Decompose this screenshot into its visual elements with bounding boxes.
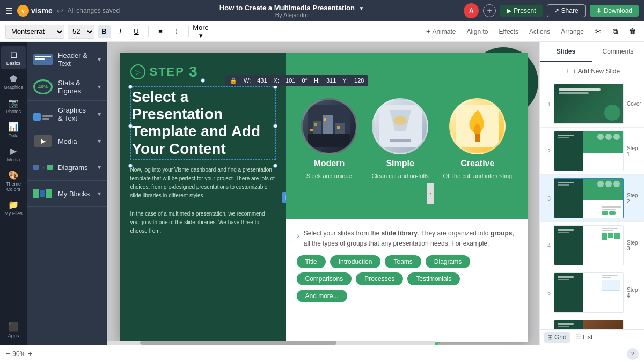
list-view-button[interactable]: ☰ List <box>572 332 596 343</box>
italic-button[interactable]: I <box>114 25 127 38</box>
step-circle-icon: ▷ <box>135 68 141 76</box>
x-label: X: <box>274 77 279 84</box>
svg-point-15 <box>394 116 407 125</box>
help-button[interactable]: ? <box>627 348 639 360</box>
presentation-title[interactable]: How to Create a Multimedia Presentation … <box>219 4 364 12</box>
sidebar-item-graphics[interactable]: ⬟ Graphics <box>1 70 26 93</box>
panel-item-graphics-text[interactable]: Graphics & Text ▾ <box>27 101 107 128</box>
tag-teams[interactable]: Teams <box>385 255 421 268</box>
svg-rect-17 <box>475 134 480 142</box>
tab-slides[interactable]: Slides <box>540 42 592 62</box>
present-icon: ▶ <box>507 7 511 14</box>
actions-button[interactable]: Actions <box>526 27 553 36</box>
width-label: W: <box>244 77 251 84</box>
template-card-simple[interactable]: Simple Clean cut and no-frills <box>371 98 428 179</box>
zoom-in-button[interactable]: + <box>27 350 32 358</box>
panel-item-header-text[interactable]: Header & Text ▾ <box>27 46 107 73</box>
panel-item-media[interactable]: ▶ Media ▾ <box>27 128 107 154</box>
media-label-panel: Media <box>58 137 92 145</box>
step-number: 3 <box>189 63 197 80</box>
simple-template-desc: Clean cut and no-frills <box>371 173 428 179</box>
sidebar-item-theme-colors[interactable]: 🎨 Theme Colors <box>1 167 26 195</box>
share-icon: ↗ <box>554 7 559 14</box>
sidebar-item-basics[interactable]: ◻ Basics <box>1 46 26 69</box>
more-button[interactable]: More ▾ <box>194 25 207 38</box>
undo-icon[interactable]: ↩ <box>57 6 63 15</box>
top-bar: ☰ v visme ↩ All changes saved How to Cre… <box>0 0 644 21</box>
autosave-text: All changes saved <box>68 7 120 14</box>
download-button[interactable]: ⬇ Download <box>590 5 639 17</box>
share-button[interactable]: ↗ Share <box>547 4 586 17</box>
slide-thumb-item[interactable]: 5 <box>540 269 644 316</box>
apps-label: Apps <box>8 333 19 338</box>
modern-template-name: Modern <box>313 159 345 168</box>
align-left-button[interactable]: ≡ <box>154 25 167 38</box>
delete-icon[interactable]: 🗑 <box>626 25 639 38</box>
tag-introduction[interactable]: Introduction <box>330 255 381 268</box>
tag-diagrams[interactable]: Diagrams <box>426 255 470 268</box>
tag-testimonials[interactable]: Testimonials <box>407 272 460 285</box>
height-label: H: <box>314 77 320 84</box>
template-card-modern[interactable]: Modern Sleek and unique <box>301 98 357 179</box>
copy-icon[interactable]: ⧉ <box>609 25 621 38</box>
slide-main-title[interactable]: Select a Presentation Template and Add Y… <box>130 87 275 159</box>
align-right-button[interactable]: ⁞ <box>170 25 183 38</box>
sidebar-item-data[interactable]: 📊 Data <box>1 119 26 142</box>
sidebar-item-apps[interactable]: ⬛ Apps <box>1 319 26 342</box>
modern-template-image <box>301 98 357 154</box>
font-size-select[interactable]: 52 <box>68 25 94 39</box>
tag-processes[interactable]: Processes <box>356 272 403 285</box>
slide-thumb-item[interactable]: 4 <box>540 222 644 269</box>
tab-comments[interactable]: Comments <box>592 42 644 62</box>
arrow-right-icon: › <box>297 229 299 243</box>
hamburger-menu-icon[interactable]: ☰ <box>5 6 13 16</box>
collapse-panel-handle[interactable]: › <box>427 183 434 204</box>
graphics-icon: ⬟ <box>10 73 17 84</box>
tag-title[interactable]: Title <box>297 255 326 268</box>
sidebar-item-my-files[interactable]: 📁 My Files <box>1 196 26 219</box>
grid-view-button[interactable]: ⊞ Grid <box>544 332 570 343</box>
slide-left-panel: ▷ STEP 3 Select a Presentation Template … <box>120 53 286 342</box>
sidebar-item-media[interactable]: ▶ Media <box>1 143 26 166</box>
effects-button[interactable]: Effects <box>495 27 521 36</box>
sidebar-item-photos[interactable]: 📷 Photos <box>1 94 26 117</box>
media-label: Media <box>7 157 20 162</box>
arrange-button[interactable]: Arrange <box>558 27 587 36</box>
align-to-button[interactable]: Align to <box>463 27 491 36</box>
zoom-out-button[interactable]: − <box>5 350 10 358</box>
canvas-scroll[interactable]: ▷ STEP 3 Select a Presentation Template … <box>107 42 539 345</box>
panel-item-diagrams[interactable]: → Diagrams ▾ <box>27 154 107 181</box>
tag-and-more[interactable]: And more... <box>297 290 347 302</box>
bold-button[interactable]: B <box>98 25 111 38</box>
tag-comparisons[interactable]: Comparisons <box>297 272 352 285</box>
visme-logo-icon: v <box>17 5 29 17</box>
slide-thumb-item[interactable]: 2 <box>540 128 644 175</box>
slide-thumbnail <box>554 84 624 124</box>
svg-rect-8 <box>314 123 317 126</box>
add-user-button[interactable]: + <box>483 4 496 17</box>
creative-template-image <box>449 98 506 154</box>
animate-button[interactable]: ✦ Animate <box>422 27 459 36</box>
panel-item-my-blocks[interactable]: My Blocks ▾ <box>27 181 107 207</box>
underline-button[interactable]: U <box>130 25 143 38</box>
slide-thumb-item[interactable]: 6 <box>540 316 644 329</box>
template-card-creative[interactable]: Creative Off the cuff and interesting <box>443 98 513 179</box>
apps-icon: ⬛ <box>8 322 19 332</box>
top-bar-right: A + ▶ Present ↗ Share ⬇ Download <box>464 3 639 18</box>
add-new-slide-button[interactable]: ＋ + Add New Slide <box>540 62 644 80</box>
crop-icon[interactable]: ✂ <box>591 25 604 38</box>
present-button[interactable]: ▶ Present <box>500 5 542 17</box>
top-bar-left: ☰ v visme ↩ All changes saved <box>5 5 120 17</box>
slide-thumb-item[interactable]: 1 Cover <box>540 80 644 128</box>
font-family-select[interactable]: Montserrat <box>5 25 64 39</box>
canvas-slide[interactable]: ▷ STEP 3 Select a Presentation Template … <box>120 53 528 342</box>
slide-body-text-1: Now, log into your Visme dashboard and f… <box>130 166 275 200</box>
canvas-scrollbar[interactable] <box>107 341 435 345</box>
slide-thumb-item[interactable]: 3 <box>540 175 644 222</box>
simple-template-image <box>372 98 428 154</box>
panel-item-stats-figures[interactable]: 40% Stats & Figures ▾ <box>27 73 107 101</box>
slide-number: 2 <box>543 148 551 154</box>
slide-right-panel: Modern Sleek and unique <box>286 53 528 342</box>
svg-rect-10 <box>337 126 340 129</box>
rotate-value: 0° <box>302 77 308 84</box>
